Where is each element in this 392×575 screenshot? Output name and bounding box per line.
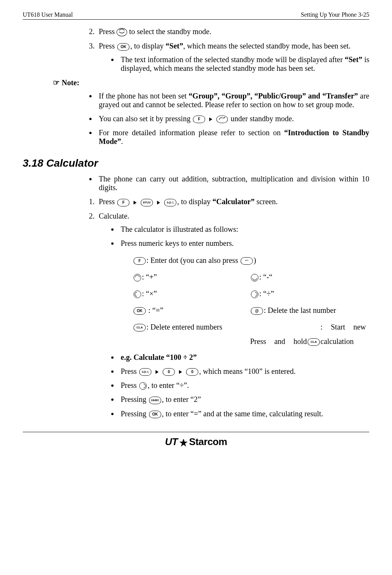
text: Press and hold bbox=[250, 337, 307, 345]
col-plus: : “+” bbox=[133, 270, 250, 284]
footer-divider bbox=[23, 432, 369, 432]
text: For more detailed information please ref… bbox=[99, 128, 284, 137]
row-cla: CLA: Delete entered numbers Press and ho… bbox=[133, 320, 369, 348]
cla-key-icon: CLA bbox=[134, 324, 146, 331]
phone-menu-key-icon bbox=[216, 116, 228, 123]
digit-0-key-icon: 0 bbox=[163, 368, 175, 376]
row-mult-div: : “×” : “÷” bbox=[133, 286, 369, 301]
col-del-last: @: Delete the last number bbox=[250, 303, 371, 317]
note-bullet-1: If the phone has not been set “Group”, “… bbox=[96, 92, 369, 109]
text: : Delete entered numbers bbox=[146, 323, 222, 331]
text: screen. bbox=[255, 197, 278, 206]
text: Press bbox=[121, 367, 138, 375]
bold-text: “Group”, “Group”, “Public/Group” and “Tr… bbox=[189, 92, 358, 100]
text: to select the standby mode. bbox=[129, 27, 211, 36]
text: , to enter “÷”. bbox=[148, 381, 189, 389]
calc-sub-illustrated: The calculator is illustrated as follows… bbox=[118, 225, 369, 234]
text: : Delete the last number bbox=[264, 306, 336, 314]
f-key-icon: F bbox=[134, 257, 146, 265]
text: : “+” bbox=[142, 273, 157, 281]
digit-8-key-icon: 8TUV bbox=[141, 199, 153, 206]
sequence-arrow-icon bbox=[156, 370, 159, 374]
calc-intro: The phone can carry out addition, subtra… bbox=[96, 175, 369, 192]
eg-bullet-2: Pressing 2ABC, to enter “2” bbox=[118, 395, 369, 404]
text: , to enter “2” bbox=[162, 395, 201, 403]
digit-1-key-icon: 1@.!; bbox=[164, 199, 176, 206]
eg-bullet-eq: Pressing OK, to enter “=” and at the sam… bbox=[118, 409, 369, 418]
dpad-right-icon bbox=[139, 382, 147, 390]
at-key-icon: @ bbox=[251, 307, 263, 315]
text: , to display bbox=[130, 42, 165, 50]
col-start-new: Press and holdCLA: Start new calculation bbox=[250, 320, 371, 348]
text: under standby mode. bbox=[230, 114, 294, 123]
row-eq-del: OK : “=” @: Delete the last number bbox=[133, 303, 369, 317]
calc-intro-list: The phone can carry out addition, subtra… bbox=[85, 175, 369, 192]
note-bullet-2: You can also set it by pressing F under … bbox=[96, 114, 369, 123]
bold-text: “Set” bbox=[166, 42, 184, 50]
ok-key-icon: OK bbox=[134, 307, 146, 315]
text: : “=” bbox=[146, 306, 163, 314]
standby-steps-continued: Press to select the standby mode. Press … bbox=[85, 27, 369, 73]
page-header: UT618 User Manual Setting Up Your Phone … bbox=[23, 11, 369, 20]
text: : Start new calculation bbox=[320, 323, 366, 345]
logo-ut-text: UT bbox=[165, 436, 178, 447]
digit-2-key-icon: 2ABC bbox=[149, 397, 161, 404]
f-key-icon: F bbox=[117, 199, 129, 206]
dpad-down-icon bbox=[251, 274, 258, 281]
eg-title: e.g. Calculate “100 ÷ 2” bbox=[118, 353, 369, 362]
col-del-all: CLA: Delete entered numbers bbox=[133, 320, 250, 348]
cla-key-icon: CLA bbox=[308, 338, 320, 346]
text: The text information of the selected sta… bbox=[121, 55, 345, 64]
text: Pressing bbox=[121, 409, 148, 418]
row-plus-minus: : “+” : “-“ bbox=[133, 270, 369, 284]
dpad-up-icon bbox=[134, 274, 141, 281]
col-mult: : “×” bbox=[133, 286, 250, 301]
svg-marker-0 bbox=[179, 439, 188, 447]
text: , which means “100” is entered. bbox=[199, 367, 296, 375]
sequence-arrow-icon bbox=[157, 201, 160, 205]
text: You can also set it by pressing bbox=[99, 114, 192, 123]
logo-star-icon bbox=[178, 438, 189, 447]
text: Press bbox=[99, 197, 117, 206]
bold-text: e.g. Calculate “100 ÷ 2” bbox=[121, 353, 197, 361]
logo-rest-text: Starcom bbox=[189, 436, 227, 447]
text: , to display bbox=[177, 197, 212, 206]
text: ) bbox=[254, 256, 256, 264]
dpad-left-icon bbox=[134, 291, 141, 298]
f-key-icon: F bbox=[193, 116, 205, 123]
text: If the phone has not been set bbox=[99, 92, 189, 100]
sequence-arrow-icon bbox=[209, 117, 212, 121]
hand-pointer-icon: ☞ bbox=[53, 78, 60, 87]
step-2: Press to select the standby mode. bbox=[96, 27, 369, 36]
section-3-18-title: 3.18 Calculator bbox=[23, 157, 369, 169]
sequence-arrow-icon bbox=[134, 201, 137, 205]
text: : Enter dot (you can also press bbox=[146, 256, 240, 264]
note-content: If the phone has not been set “Group”, “… bbox=[85, 92, 369, 146]
calculator-content: The phone can carry out addition, subtra… bbox=[85, 175, 369, 418]
bold-text: “Calculator” bbox=[213, 197, 255, 206]
calc-step2-sublist: The calculator is illustrated as follows… bbox=[99, 225, 369, 248]
step3-sub1: The text information of the selected sta… bbox=[118, 55, 369, 73]
text: Press bbox=[99, 27, 117, 36]
col-eq: OK : “=” bbox=[133, 303, 250, 317]
text: : “÷” bbox=[259, 289, 274, 298]
text: Press bbox=[121, 381, 138, 389]
col-minus: : “-“ bbox=[250, 270, 371, 284]
col-div: : “÷” bbox=[250, 286, 371, 301]
step3-sublist: The text information of the selected sta… bbox=[99, 55, 369, 73]
note-bullets: If the phone has not been set “Group”, “… bbox=[85, 92, 369, 146]
note-heading: ☞ Note: bbox=[53, 78, 369, 87]
footer-logo: UT Starcom bbox=[23, 436, 369, 448]
text: : “×” bbox=[142, 289, 157, 298]
dpad-right-icon bbox=[251, 291, 258, 298]
nav-down-key-icon bbox=[117, 28, 127, 36]
eg-bullet-100: Press 1@.!; 0 0, which means “100” is en… bbox=[118, 367, 369, 376]
calc-sub-numeric: Press numeric keys to enter numbers. bbox=[118, 239, 369, 248]
calc-step-2: Calculate. The calculator is illustrated… bbox=[96, 212, 369, 419]
document-page: UT618 User Manual Setting Up Your Phone … bbox=[0, 0, 392, 463]
digit-0-key-icon: 0 bbox=[186, 368, 198, 376]
ok-key-icon: OK bbox=[117, 43, 129, 51]
bold-text: “Set” bbox=[345, 55, 362, 64]
step-3: Press OK, to display “Set”, which means … bbox=[96, 42, 369, 72]
note-label-text: Note: bbox=[62, 78, 79, 87]
